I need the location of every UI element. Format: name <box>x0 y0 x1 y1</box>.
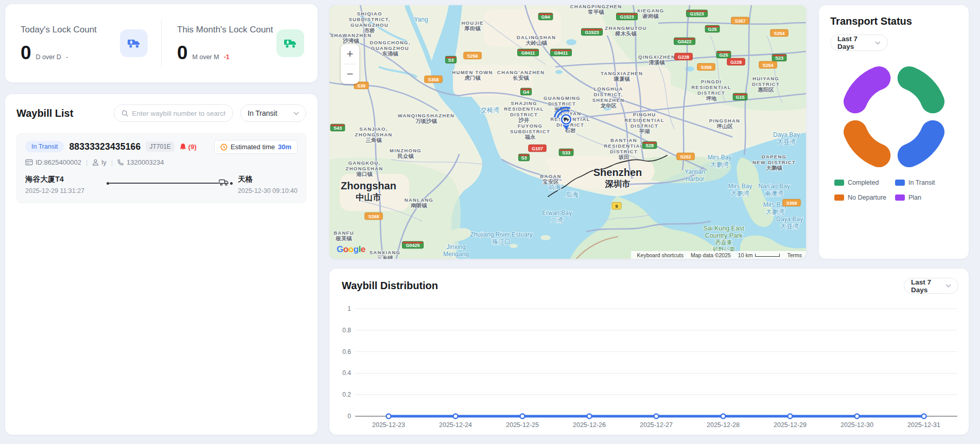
x-tick-label: 2025-12-26 <box>573 421 606 429</box>
waybill-status-filter[interactable]: In Transit <box>240 104 306 122</box>
legend-item[interactable]: No Departure <box>834 194 895 201</box>
svg-text:S23: S23 <box>775 56 783 61</box>
clock-icon <box>220 144 227 151</box>
svg-text:G1523: G1523 <box>585 30 599 35</box>
svg-text:S357: S357 <box>734 19 745 24</box>
map-panel[interactable]: SHIQIAOSUBDISTRICT,GUANGZHOU市桥SHAWANZHEN… <box>329 5 806 259</box>
legend-label: In Transit <box>908 179 935 186</box>
map-label: 前海 <box>549 184 561 191</box>
data-point[interactable] <box>721 414 726 419</box>
data-point[interactable] <box>520 414 525 419</box>
waybill-card[interactable]: In Transit 88333323435166 JT701E (9) Est… <box>16 133 306 203</box>
transport-status-donut[interactable] <box>835 58 953 175</box>
x-tick-label: 2025-12-29 <box>774 421 807 429</box>
waybill-status-badge: In Transit <box>25 141 64 152</box>
waybill-search-input[interactable] <box>132 110 225 117</box>
waybill-distribution-chart[interactable]: 10.80.60.40.202025-12-232025-12-242025-1… <box>329 300 969 433</box>
truck-icon-blue <box>120 29 148 57</box>
transport-status-panel: Transport Status Last 7 Days CompletedIn… <box>819 5 969 259</box>
svg-text:S254: S254 <box>762 63 773 68</box>
terms-link[interactable]: Terms <box>787 252 802 258</box>
waybill-search[interactable] <box>114 104 233 122</box>
keyboard-shortcuts-link[interactable]: Keyboard shortcuts <box>637 252 684 258</box>
legend-label: Plan <box>908 194 921 201</box>
data-point[interactable] <box>387 414 391 419</box>
device-id-icon <box>25 159 33 166</box>
donut-segment-plan[interactable] <box>855 78 879 102</box>
data-point[interactable] <box>855 414 860 419</box>
road-badge: S359 <box>783 199 800 206</box>
data-point[interactable] <box>453 414 458 419</box>
data-point[interactable] <box>587 414 592 419</box>
data-point[interactable] <box>788 414 793 419</box>
road-badge: S256 <box>464 52 481 59</box>
svg-text:G1523: G1523 <box>620 14 634 20</box>
legend-swatch <box>834 194 844 201</box>
svg-text:G4: G4 <box>523 90 529 95</box>
zoom-out-button[interactable]: − <box>341 64 359 84</box>
svg-text:S358: S358 <box>428 77 439 82</box>
destination-name: 天格 <box>238 174 297 184</box>
road-badge: S358 <box>425 76 442 83</box>
map-label: 交椅湾 <box>481 106 499 114</box>
info-separator: | <box>86 158 87 166</box>
map-canvas[interactable]: SHIQIAOSUBDISTRICT,GUANGZHOU市桥SHAWANZHEN… <box>329 5 806 259</box>
road-badge: S268 <box>365 212 382 220</box>
destination-time: 2025-12-30 09:10:40 <box>238 187 297 194</box>
estimated-time-label: Estimated time <box>231 143 275 151</box>
road-badge: S202 <box>677 153 694 160</box>
route-destination: 天格 2025-12-30 09:10:40 <box>238 174 297 194</box>
legend-swatch <box>895 180 905 186</box>
svg-text:G15: G15 <box>736 95 744 100</box>
donut-segment-in-transit[interactable] <box>909 132 933 156</box>
road-badge: G1523 <box>617 13 638 20</box>
route-line <box>109 183 219 184</box>
route-origin: 海谷大厦T4 2025-12-29 11:31:27 <box>25 174 107 194</box>
waybill-list-panel: Waybill List In Transit In Transit 88333… <box>5 94 318 435</box>
map-scale-bar <box>755 254 780 257</box>
month-lock-title: This Month's Lock Count <box>177 25 273 35</box>
origin-time: 2025-12-29 11:31:27 <box>25 187 107 194</box>
svg-text:G1523: G1523 <box>690 11 704 16</box>
svg-text:G228: G228 <box>730 60 742 65</box>
search-icon <box>121 110 128 117</box>
legend-item[interactable]: Completed <box>834 179 895 186</box>
road-badge: G1523 <box>582 28 603 35</box>
svg-text:G0422: G0422 <box>677 39 691 44</box>
road-badge: S3 <box>518 154 529 161</box>
legend-item[interactable]: In Transit <box>895 179 959 186</box>
donut-segment-completed[interactable] <box>909 78 933 102</box>
map-attribution: Keyboard shortcuts Map data ©2025 10 km … <box>631 251 806 259</box>
svg-text:S39: S39 <box>357 83 365 88</box>
x-tick-label: 2025-12-24 <box>439 421 472 429</box>
map-label: BAOAN宝安区 <box>540 173 561 185</box>
svg-text:G228: G228 <box>678 55 689 60</box>
data-point[interactable] <box>922 414 926 419</box>
transport-status-range-value: Last 7 Days <box>837 35 871 50</box>
zoom-in-button[interactable]: + <box>341 44 359 64</box>
road-badge: S358 <box>697 63 715 70</box>
road-badge: S3 <box>445 56 456 63</box>
map-label: YantianHarbor <box>685 168 705 183</box>
map-label: Yang <box>414 16 428 23</box>
donut-segment-no-departure[interactable] <box>855 132 879 156</box>
data-point[interactable] <box>654 414 659 419</box>
transport-status-range-select[interactable]: Last 7 Days <box>830 34 888 51</box>
road-badge: G9411 <box>551 49 572 56</box>
road-badge: G15 <box>733 93 747 100</box>
transport-status-title: Transport Status <box>830 15 957 27</box>
origin-name: 海谷大厦T4 <box>25 174 107 184</box>
month-lock-count: This Month's Lock Count 0 M over M -1 <box>162 25 318 62</box>
device-tag: JT701E <box>146 141 174 152</box>
google-logo: Google <box>337 244 365 255</box>
road-badge: G107 <box>529 145 546 152</box>
road-badge: S254 <box>771 29 788 37</box>
estimated-time-box: Estimated time 30m <box>214 140 297 154</box>
alarm-indicator[interactable]: (9) <box>180 143 197 151</box>
today-lock-value: 0 <box>21 43 31 62</box>
svg-text:S268: S268 <box>368 214 379 219</box>
distribution-range-select[interactable]: Last 7 Days <box>904 278 958 294</box>
legend-item[interactable]: Plan <box>895 194 959 201</box>
map-label: 后海 <box>566 191 579 198</box>
road-badge: G9411 <box>518 49 539 56</box>
